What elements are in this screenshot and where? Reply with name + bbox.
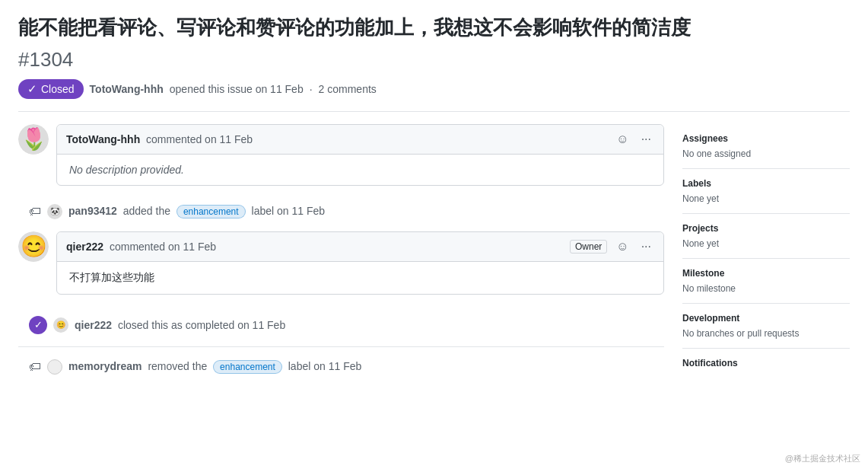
- tag-icon-1: 🏷: [29, 205, 41, 218]
- watermark: @稀土掘金技术社区: [785, 453, 860, 464]
- milestone-label: Milestone: [682, 268, 850, 279]
- main-layout: 🌷 TotoWang-hhh commented on 11 Feb ☺ ···: [18, 124, 850, 382]
- status-badge: ✓ Closed: [18, 79, 84, 99]
- avatar-totowang: 🌷: [18, 124, 49, 155]
- more-button-2[interactable]: ···: [638, 238, 654, 255]
- emoji-button-2[interactable]: ☺: [613, 238, 631, 255]
- comment-text-1: No description provided.: [69, 164, 651, 176]
- enhancement-label-2: enhancement: [213, 360, 282, 374]
- event-label-added-text: pan93412 added the enhancement label on …: [68, 205, 325, 218]
- development-label: Development: [682, 313, 850, 324]
- event-label-added: 🏷 🐼 pan93412 added the enhancement label…: [29, 198, 664, 225]
- dot-separator: ·: [310, 83, 313, 95]
- assignees-value: No one assigned: [682, 148, 850, 159]
- sidebar: Assignees No one assigned Labels None ye…: [682, 124, 850, 382]
- issue-meta: ✓ Closed TotoWang-hhh opened this issue …: [18, 79, 850, 99]
- labels-value: None yet: [682, 193, 850, 204]
- comment-meta-2: qier222 commented on 11 Feb: [66, 241, 216, 253]
- avatar-qier222-small: 😊: [53, 317, 68, 333]
- projects-label: Projects: [682, 223, 850, 234]
- event-label-removed-text: memorydream removed the enhancement labe…: [68, 360, 361, 374]
- comment-author-1[interactable]: TotoWang-hhh: [66, 133, 140, 145]
- sidebar-labels: Labels None yet: [682, 169, 850, 214]
- avatar-memorydream-small: [47, 359, 62, 375]
- sidebar-development: Development No branches or pull requests: [682, 304, 850, 349]
- issue-opened-text: opened this issue on 11 Feb: [170, 83, 304, 95]
- tag-icon-2: 🏷: [29, 360, 41, 374]
- mid-divider: [18, 346, 664, 347]
- issue-title-block: 能不能把看评论、写评论和赞评论的功能加上，我想这不会影响软件的简洁度 #1304: [18, 15, 850, 73]
- comments-count: 2 comments: [319, 83, 377, 95]
- header-divider: [18, 111, 850, 112]
- comment-text-2: 不打算加这些功能: [69, 271, 651, 285]
- assignees-label: Assignees: [682, 133, 850, 144]
- event-label-removed: 🏷 memorydream removed the enhancement la…: [29, 353, 664, 381]
- comment-box-1: TotoWang-hhh commented on 11 Feb ☺ ··· N…: [56, 124, 664, 186]
- labels-label: Labels: [682, 178, 850, 189]
- comment-box-2: qier222 commented on 11 Feb Owner ☺ ··· …: [56, 231, 664, 295]
- comment-date-1: commented on 11 Feb: [146, 133, 253, 145]
- milestone-value: No milestone: [682, 283, 850, 294]
- avatar-qier222: 😊: [18, 231, 49, 262]
- issue-author: TotoWang-hhh: [90, 83, 164, 95]
- comment-header-2: qier222 commented on 11 Feb Owner ☺ ···: [57, 232, 663, 262]
- page-container: 能不能把看评论、写评论和赞评论的功能加上，我想这不会影响软件的简洁度 #1304…: [0, 0, 868, 472]
- comment-header-1: TotoWang-hhh commented on 11 Feb ☺ ···: [57, 125, 663, 155]
- check-icon: ✓: [27, 82, 37, 96]
- comment-date-2: commented on 11 Feb: [110, 241, 216, 253]
- sidebar-assignees: Assignees No one assigned: [682, 124, 850, 169]
- comment-body-2: 不打算加这些功能: [57, 262, 663, 294]
- status-text: Closed: [41, 83, 75, 95]
- notifications-label: Notifications: [682, 358, 850, 368]
- sidebar-milestone: Milestone No milestone: [682, 259, 850, 304]
- timeline-item-comment-2: 😊 qier222 commented on 11 Feb Owner ☺ ··…: [18, 231, 664, 307]
- event-closed-text: qier222 closed this as completed on 11 F…: [75, 319, 285, 331]
- comment-body-1: No description provided.: [57, 155, 663, 185]
- issue-number: #1304: [18, 47, 850, 73]
- sidebar-projects: Projects None yet: [682, 214, 850, 259]
- event-closed: ✓ 😊 qier222 closed this as completed on …: [29, 310, 664, 340]
- enhancement-label-1: enhancement: [176, 205, 246, 218]
- role-badge: Owner: [570, 240, 607, 254]
- comment-actions-1: ☺ ···: [613, 131, 654, 148]
- development-value: No branches or pull requests: [682, 328, 850, 339]
- projects-value: None yet: [682, 238, 850, 249]
- more-button-1[interactable]: ···: [638, 131, 654, 148]
- emoji-button-1[interactable]: ☺: [613, 131, 631, 148]
- closed-icon: ✓: [29, 316, 47, 334]
- timeline: 🌷 TotoWang-hhh commented on 11 Feb ☺ ···: [18, 124, 664, 382]
- comment-meta-1: TotoWang-hhh commented on 11 Feb: [66, 133, 253, 145]
- issue-title: 能不能把看评论、写评论和赞评论的功能加上，我想这不会影响软件的简洁度: [18, 15, 850, 41]
- sidebar-notifications: Notifications: [682, 349, 850, 382]
- avatar-pan93412-small: 🐼: [47, 204, 62, 219]
- comment-author-2[interactable]: qier222: [66, 241, 103, 253]
- issue-title-text: 能不能把看评论、写评论和赞评论的功能加上，我想这不会影响软件的简洁度: [18, 16, 691, 39]
- comment-actions-2: Owner ☺ ···: [570, 238, 654, 255]
- timeline-item-comment-1: 🌷 TotoWang-hhh commented on 11 Feb ☺ ···: [18, 124, 664, 198]
